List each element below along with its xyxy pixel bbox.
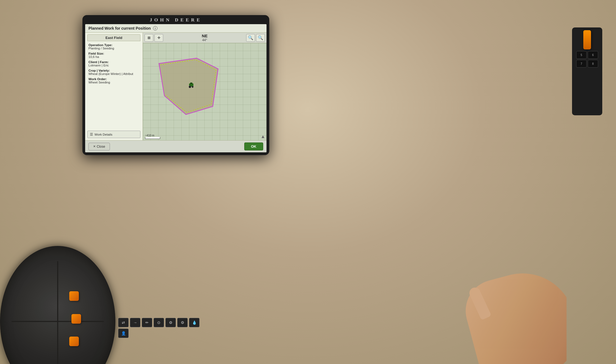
work-order-label: Work Order: <box>88 77 139 81</box>
work-order-value: Wheet Seeding <box>88 81 139 84</box>
map-area[interactable]: ~410 m <box>143 43 267 140</box>
right-controls: 5 6 7 8 <box>572 27 602 115</box>
dialog-title: Planned Work for current Position <box>88 26 151 30</box>
key-arrows[interactable]: ⇄ <box>118 318 129 327</box>
operation-type-label: Operation Type: <box>88 43 139 47</box>
work-details-button[interactable]: ☰ Work Details <box>87 131 140 138</box>
compass-degrees: 44° <box>164 38 245 42</box>
field-svg <box>143 43 267 140</box>
info-icon[interactable]: i <box>153 26 157 30</box>
screen: Planned Work for current Position i East… <box>85 24 267 152</box>
brand-label: John Deere <box>150 17 202 23</box>
map-panel: ⊞ ✛ NE 44° 🔍 🔍 <box>143 33 267 140</box>
compass-display: NE 44° <box>164 33 245 42</box>
crop-variety-label: Crop | Variety: <box>88 69 139 72</box>
zoom-out-button[interactable]: 🔍 <box>246 34 255 42</box>
close-button[interactable]: ✕ Close <box>88 143 110 150</box>
orange-lever[interactable] <box>583 30 591 49</box>
field-size-value: 10,6 ha <box>88 55 139 58</box>
field-size-label: Field Size: <box>88 52 139 55</box>
dialog-header: Planned Work for current Position i <box>85 24 267 33</box>
btn-5[interactable]: 5 <box>576 51 587 59</box>
display-terminal: John Deere Planned Work for current Posi… <box>82 15 269 155</box>
list-icon: ☰ <box>90 132 93 136</box>
zoom-in-button[interactable]: 🔍 <box>256 34 265 42</box>
orange-button-1[interactable] <box>69 291 79 301</box>
left-panel: East Field Operation Type: Planting / Se… <box>85 33 143 140</box>
field-info: Operation Type: Planting / Seeding Field… <box>85 41 143 130</box>
svg-point-4 <box>192 86 193 88</box>
key-settings[interactable]: ⚙ <box>177 318 188 327</box>
pan-button[interactable]: ✛ <box>154 34 163 42</box>
btn-8[interactable]: 8 <box>588 60 598 68</box>
operation-type-row: Operation Type: Planting / Seeding <box>88 43 139 50</box>
ok-button[interactable]: OK <box>244 142 263 150</box>
scale-bar: ~410 m <box>145 134 160 139</box>
close-x-icon: ✕ <box>93 145 96 148</box>
field-tab[interactable]: East Field <box>87 34 140 41</box>
operation-type-value: Planting / Seeding <box>88 47 139 50</box>
dialog-footer: ✕ Close OK <box>85 140 267 152</box>
btn-6[interactable]: 6 <box>588 51 598 59</box>
map-layers-button[interactable]: ⊞ <box>145 34 153 42</box>
dialog-body: East Field Operation Type: Planting / Se… <box>85 33 267 140</box>
key-drop[interactable]: 💧 <box>189 318 199 327</box>
map-toolbar: ⊞ ✛ NE 44° 🔍 🔍 <box>143 33 267 43</box>
key-person[interactable]: 👤 <box>118 329 129 338</box>
key-pencil[interactable]: ✏ <box>142 318 152 327</box>
orange-button-3[interactable] <box>69 337 79 346</box>
client-farm-row: Client | Farm: Lotmann | Eric <box>88 60 139 67</box>
svg-point-3 <box>189 86 191 88</box>
btn-7[interactable]: 7 <box>576 60 587 68</box>
client-farm-label: Client | Farm: <box>88 60 139 64</box>
field-size-row: Field Size: 10,6 ha <box>88 52 139 58</box>
svg-rect-2 <box>190 83 192 84</box>
client-farm-value: Lotmann | Eric <box>88 64 139 67</box>
key-gear[interactable]: ⚙ <box>165 318 176 327</box>
key-circle[interactable]: ⊙ <box>154 318 164 327</box>
key-arrow-right[interactable]: → <box>130 318 140 327</box>
crop-variety-value: Wheat (Europe Winter) | Attribut <box>88 72 139 75</box>
orange-button-2[interactable] <box>71 314 81 324</box>
scale-line <box>145 137 160 139</box>
keyboard-row: ⇄ → ✏ ⊙ ⚙ ⚙ 💧 👤 <box>118 318 206 338</box>
work-order-row: Work Order: Wheet Seeding <box>88 77 139 84</box>
crop-variety-row: Crop | Variety: Wheat (Europe Winter) | … <box>88 69 139 75</box>
compass-direction: NE <box>164 33 245 38</box>
